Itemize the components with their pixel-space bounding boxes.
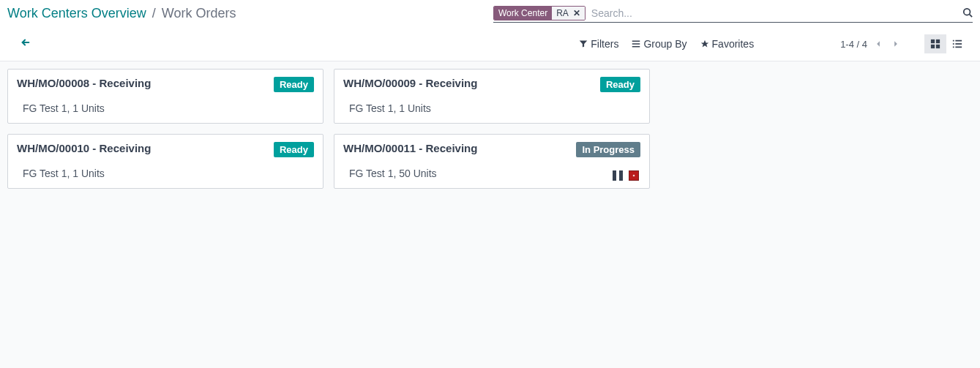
svg-rect-8 <box>931 45 935 48</box>
svg-rect-7 <box>936 40 940 43</box>
search-facet-value: RA <box>552 7 572 20</box>
card-header: WH/MO/00008 - Receiving Ready <box>17 77 314 92</box>
status-badge: In Progress <box>576 142 640 157</box>
filters-button[interactable]: Filters <box>579 38 618 50</box>
svg-rect-12 <box>953 43 954 45</box>
work-order-card[interactable]: WH/MO/00011 - Receiving In Progress FG T… <box>334 134 650 189</box>
favorites-label: Favorites <box>712 38 755 50</box>
toolbar-row: Filters Group By Favorites 1-4 / 4 <box>0 26 980 61</box>
search-facet-work-center[interactable]: Work Center RA ✕ <box>493 6 586 20</box>
status-badge: Ready <box>600 77 640 92</box>
card-header: WH/MO/00010 - Receiving Ready <box>17 142 314 157</box>
breadcrumb-current: Work Orders <box>162 6 236 21</box>
header-row: Work Centers Overview / Work Orders Work… <box>0 0 980 26</box>
pause-icon[interactable] <box>613 170 623 181</box>
status-badge: Ready <box>274 77 314 92</box>
pager-prev-button[interactable] <box>872 37 885 51</box>
list-view-button[interactable] <box>946 34 968 53</box>
breadcrumb: Work Centers Overview / Work Orders <box>7 6 236 21</box>
svg-rect-11 <box>955 40 962 42</box>
svg-rect-9 <box>936 45 940 48</box>
card-subtitle: FG Test 1, 50 Units <box>343 168 640 179</box>
search-bar[interactable]: Work Center RA ✕ <box>493 4 973 23</box>
svg-rect-13 <box>955 43 962 45</box>
work-order-card[interactable]: WH/MO/00009 - Receiving Ready FG Test 1,… <box>334 69 650 124</box>
card-title: WH/MO/00011 - Receiving <box>343 142 477 154</box>
pager-text: 1-4 / 4 <box>840 39 867 50</box>
svg-rect-10 <box>953 40 954 42</box>
card-header: WH/MO/00009 - Receiving Ready <box>343 77 640 92</box>
card-title: WH/MO/00008 - Receiving <box>17 77 151 89</box>
favorites-button[interactable]: Favorites <box>700 38 755 50</box>
work-order-card[interactable]: WH/MO/00008 - Receiving Ready FG Test 1,… <box>7 69 323 124</box>
back-button[interactable] <box>16 36 35 52</box>
card-title: WH/MO/00010 - Receiving <box>17 142 151 154</box>
card-title: WH/MO/00009 - Receiving <box>343 77 477 89</box>
svg-line-1 <box>970 14 973 17</box>
search-input[interactable] <box>590 6 961 20</box>
svg-point-0 <box>964 8 970 15</box>
svg-rect-3 <box>632 41 640 42</box>
search-facet-remove-icon[interactable]: ✕ <box>572 7 585 20</box>
toolbar-right: Filters Group By Favorites 1-4 / 4 <box>579 34 973 53</box>
breadcrumb-link-work-centers-overview[interactable]: Work Centers Overview <box>7 6 146 21</box>
card-subtitle: FG Test 1, 1 Units <box>17 102 314 114</box>
breadcrumb-separator: / <box>152 6 156 21</box>
card-subtitle: FG Test 1, 1 Units <box>17 168 314 179</box>
work-order-card[interactable]: WH/MO/00010 - Receiving Ready FG Test 1,… <box>7 134 323 189</box>
pager-next-button[interactable] <box>889 37 902 51</box>
svg-rect-14 <box>953 47 954 48</box>
card-header: WH/MO/00011 - Receiving In Progress <box>343 142 640 157</box>
card-subtitle: FG Test 1, 1 Units <box>343 102 640 114</box>
svg-rect-5 <box>632 46 640 48</box>
filters-label: Filters <box>591 38 618 50</box>
card-action-icons <box>613 170 639 181</box>
kanban-view-button[interactable] <box>924 34 946 53</box>
block-icon[interactable] <box>629 170 639 181</box>
pager: 1-4 / 4 <box>840 37 902 51</box>
groupby-button[interactable]: Group By <box>632 38 687 50</box>
view-switcher <box>924 34 968 53</box>
svg-rect-4 <box>632 43 640 45</box>
groupby-label: Group By <box>643 38 687 50</box>
status-badge: Ready <box>274 142 314 157</box>
svg-rect-6 <box>931 40 935 43</box>
kanban-area: WH/MO/00008 - Receiving Ready FG Test 1,… <box>0 61 980 368</box>
search-icon[interactable] <box>961 7 973 20</box>
search-facet-label: Work Center <box>494 7 552 20</box>
svg-rect-15 <box>955 47 962 48</box>
